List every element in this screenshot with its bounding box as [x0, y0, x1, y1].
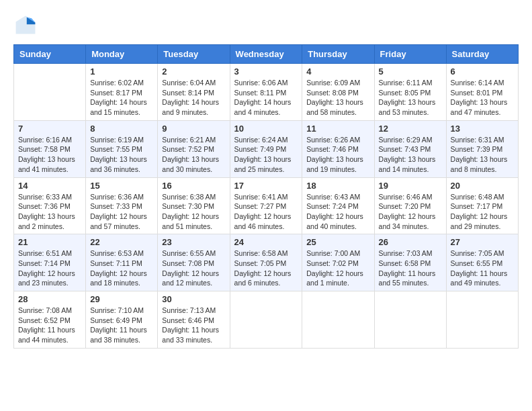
day-number: 4 [306, 66, 369, 77]
day-number: 24 [234, 237, 298, 247]
day-number: 7 [18, 124, 81, 134]
day-number: 10 [234, 124, 298, 134]
day-number: 28 [18, 294, 81, 304]
calendar-cell: 9Sunrise: 6:21 AM Sunset: 7:52 PM Daylig… [158, 120, 230, 177]
day-number: 19 [379, 181, 442, 191]
calendar-cell [374, 291, 446, 349]
calendar-cell: 18Sunrise: 6:43 AM Sunset: 7:24 PM Dayli… [302, 177, 374, 234]
page-header [13, 13, 519, 38]
day-info: Sunrise: 6:26 AM Sunset: 7:46 PM Dayligh… [306, 135, 369, 175]
day-info: Sunrise: 6:16 AM Sunset: 7:58 PM Dayligh… [18, 135, 81, 175]
weekday-header-sunday: Sunday [14, 45, 86, 64]
calendar-table: SundayMondayTuesdayWednesdayThursdayFrid… [13, 44, 519, 349]
day-number: 30 [162, 294, 225, 304]
calendar-week-row: 1Sunrise: 6:02 AM Sunset: 8:17 PM Daylig… [14, 64, 519, 121]
calendar-cell: 8Sunrise: 6:19 AM Sunset: 7:55 PM Daylig… [86, 120, 158, 177]
day-info: Sunrise: 6:29 AM Sunset: 7:43 PM Dayligh… [379, 135, 442, 175]
day-info: Sunrise: 6:46 AM Sunset: 7:20 PM Dayligh… [379, 192, 442, 232]
day-info: Sunrise: 6:04 AM Sunset: 8:14 PM Dayligh… [162, 78, 225, 118]
day-number: 27 [451, 237, 514, 247]
day-number: 11 [306, 124, 369, 134]
calendar-cell [446, 291, 518, 349]
day-number: 1 [90, 66, 153, 77]
day-info: Sunrise: 6:43 AM Sunset: 7:24 PM Dayligh… [306, 192, 369, 232]
day-info: Sunrise: 6:11 AM Sunset: 8:05 PM Dayligh… [379, 78, 442, 118]
day-number: 22 [90, 237, 153, 247]
calendar-cell: 19Sunrise: 6:46 AM Sunset: 7:20 PM Dayli… [374, 177, 446, 234]
day-number: 20 [451, 181, 514, 191]
day-info: Sunrise: 6:53 AM Sunset: 7:11 PM Dayligh… [90, 248, 153, 288]
calendar-cell: 22Sunrise: 6:53 AM Sunset: 7:11 PM Dayli… [86, 234, 158, 291]
calendar-cell: 29Sunrise: 7:10 AM Sunset: 6:49 PM Dayli… [86, 291, 158, 349]
day-number: 8 [90, 124, 153, 134]
calendar-cell: 27Sunrise: 7:05 AM Sunset: 6:55 PM Dayli… [446, 234, 518, 291]
day-info: Sunrise: 6:02 AM Sunset: 8:17 PM Dayligh… [90, 78, 153, 118]
day-number: 17 [234, 181, 298, 191]
day-number: 21 [18, 237, 81, 247]
day-info: Sunrise: 6:19 AM Sunset: 7:55 PM Dayligh… [90, 135, 153, 175]
day-info: Sunrise: 7:10 AM Sunset: 6:49 PM Dayligh… [90, 306, 153, 345]
day-number: 9 [162, 124, 225, 134]
calendar-cell: 15Sunrise: 6:36 AM Sunset: 7:33 PM Dayli… [86, 177, 158, 234]
calendar-week-row: 14Sunrise: 6:33 AM Sunset: 7:36 PM Dayli… [14, 177, 519, 234]
calendar-cell: 26Sunrise: 7:03 AM Sunset: 6:58 PM Dayli… [374, 234, 446, 291]
day-number: 16 [162, 181, 225, 191]
day-info: Sunrise: 6:06 AM Sunset: 8:11 PM Dayligh… [234, 78, 298, 118]
day-info: Sunrise: 7:03 AM Sunset: 6:58 PM Dayligh… [379, 248, 442, 288]
day-info: Sunrise: 6:55 AM Sunset: 7:08 PM Dayligh… [162, 248, 225, 288]
calendar-cell: 7Sunrise: 6:16 AM Sunset: 7:58 PM Daylig… [14, 120, 86, 177]
day-info: Sunrise: 6:33 AM Sunset: 7:36 PM Dayligh… [18, 192, 81, 232]
day-info: Sunrise: 7:00 AM Sunset: 7:02 PM Dayligh… [306, 248, 369, 288]
calendar-cell: 5Sunrise: 6:11 AM Sunset: 8:05 PM Daylig… [374, 64, 446, 121]
day-info: Sunrise: 6:21 AM Sunset: 7:52 PM Dayligh… [162, 135, 225, 175]
day-info: Sunrise: 6:48 AM Sunset: 7:17 PM Dayligh… [451, 192, 514, 232]
calendar-week-row: 7Sunrise: 6:16 AM Sunset: 7:58 PM Daylig… [14, 120, 519, 177]
calendar-cell: 17Sunrise: 6:41 AM Sunset: 7:27 PM Dayli… [230, 177, 302, 234]
day-number: 26 [379, 237, 442, 247]
calendar-cell: 4Sunrise: 6:09 AM Sunset: 8:08 PM Daylig… [302, 64, 374, 121]
calendar-cell: 3Sunrise: 6:06 AM Sunset: 8:11 PM Daylig… [230, 64, 302, 121]
day-number: 12 [379, 124, 442, 134]
weekday-header-monday: Monday [86, 45, 158, 64]
day-number: 18 [306, 181, 369, 191]
logo [13, 13, 40, 38]
calendar-cell: 25Sunrise: 7:00 AM Sunset: 7:02 PM Dayli… [302, 234, 374, 291]
day-info: Sunrise: 6:09 AM Sunset: 8:08 PM Dayligh… [306, 78, 369, 118]
day-info: Sunrise: 7:13 AM Sunset: 6:46 PM Dayligh… [162, 306, 225, 345]
weekday-header-thursday: Thursday [302, 45, 374, 64]
calendar-cell: 12Sunrise: 6:29 AM Sunset: 7:43 PM Dayli… [374, 120, 446, 177]
calendar-cell: 13Sunrise: 6:31 AM Sunset: 7:39 PM Dayli… [446, 120, 518, 177]
day-number: 23 [162, 237, 225, 247]
day-info: Sunrise: 6:36 AM Sunset: 7:33 PM Dayligh… [90, 192, 153, 232]
calendar-cell: 2Sunrise: 6:04 AM Sunset: 8:14 PM Daylig… [158, 64, 230, 121]
calendar-week-row: 21Sunrise: 6:51 AM Sunset: 7:14 PM Dayli… [14, 234, 519, 291]
day-info: Sunrise: 6:24 AM Sunset: 7:49 PM Dayligh… [234, 135, 298, 175]
day-info: Sunrise: 6:31 AM Sunset: 7:39 PM Dayligh… [451, 135, 514, 175]
calendar-cell: 1Sunrise: 6:02 AM Sunset: 8:17 PM Daylig… [86, 64, 158, 121]
calendar-cell [302, 291, 374, 349]
day-number: 25 [306, 237, 369, 247]
calendar-cell: 23Sunrise: 6:55 AM Sunset: 7:08 PM Dayli… [158, 234, 230, 291]
weekday-header-friday: Friday [374, 45, 446, 64]
weekday-header-saturday: Saturday [446, 45, 518, 64]
day-number: 29 [90, 294, 153, 304]
weekday-header-wednesday: Wednesday [230, 45, 302, 64]
calendar-cell: 28Sunrise: 7:08 AM Sunset: 6:52 PM Dayli… [14, 291, 86, 349]
calendar-cell: 10Sunrise: 6:24 AM Sunset: 7:49 PM Dayli… [230, 120, 302, 177]
day-number: 5 [379, 66, 442, 77]
day-number: 2 [162, 66, 225, 77]
day-info: Sunrise: 6:14 AM Sunset: 8:01 PM Dayligh… [451, 78, 514, 118]
day-info: Sunrise: 6:38 AM Sunset: 7:30 PM Dayligh… [162, 192, 225, 232]
day-number: 15 [90, 181, 153, 191]
calendar-cell: 21Sunrise: 6:51 AM Sunset: 7:14 PM Dayli… [14, 234, 86, 291]
weekday-header-tuesday: Tuesday [158, 45, 230, 64]
calendar-cell: 20Sunrise: 6:48 AM Sunset: 7:17 PM Dayli… [446, 177, 518, 234]
day-number: 6 [451, 66, 514, 77]
weekday-header-row: SundayMondayTuesdayWednesdayThursdayFrid… [14, 45, 519, 64]
calendar-cell: 30Sunrise: 7:13 AM Sunset: 6:46 PM Dayli… [158, 291, 230, 349]
day-info: Sunrise: 6:51 AM Sunset: 7:14 PM Dayligh… [18, 248, 81, 288]
calendar-cell: 24Sunrise: 6:58 AM Sunset: 7:05 PM Dayli… [230, 234, 302, 291]
calendar-cell: 11Sunrise: 6:26 AM Sunset: 7:46 PM Dayli… [302, 120, 374, 177]
day-info: Sunrise: 7:05 AM Sunset: 6:55 PM Dayligh… [451, 248, 514, 288]
day-number: 14 [18, 181, 81, 191]
